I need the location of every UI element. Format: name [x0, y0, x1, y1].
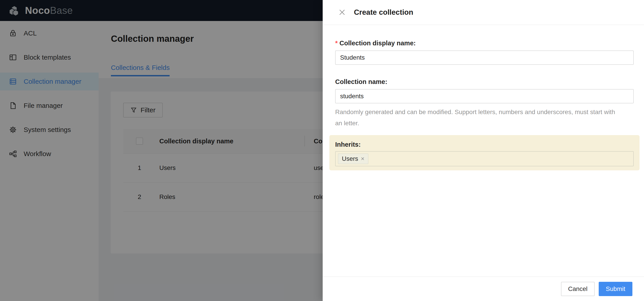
drawer-header: Create collection: [323, 0, 644, 25]
close-icon[interactable]: [339, 9, 346, 16]
required-mark: *: [335, 40, 338, 47]
inherits-tag-users: Users ×: [338, 153, 368, 164]
tag-remove-icon[interactable]: ×: [361, 156, 364, 162]
drawer-footer: Cancel Submit: [323, 276, 644, 301]
collection-name-label: Collection name:: [335, 77, 634, 86]
display-name-label: *Collection display name:: [335, 39, 634, 48]
collection-name-input[interactable]: [335, 89, 634, 103]
submit-button[interactable]: Submit: [599, 282, 632, 296]
inherits-select[interactable]: Users ×: [335, 151, 634, 166]
collection-name-help: Randomly generated and can be modified. …: [335, 107, 618, 129]
form-item-collection-name: Collection name: Randomly generated and …: [335, 77, 634, 129]
drawer-title: Create collection: [354, 8, 413, 17]
drawer-body: *Collection display name: Collection nam…: [323, 25, 644, 170]
form-item-display-name: *Collection display name:: [335, 39, 634, 65]
display-name-label-text: Collection display name:: [340, 40, 416, 47]
display-name-input[interactable]: [335, 51, 634, 65]
inherits-label: Inherits:: [335, 140, 634, 149]
tag-label: Users: [342, 155, 358, 162]
create-collection-drawer: Create collection *Collection display na…: [323, 0, 644, 301]
form-item-inherits: Inherits: Users ×: [329, 135, 640, 170]
screen: NocoBase ACL Block templates: [0, 0, 644, 301]
cancel-button[interactable]: Cancel: [561, 282, 595, 296]
